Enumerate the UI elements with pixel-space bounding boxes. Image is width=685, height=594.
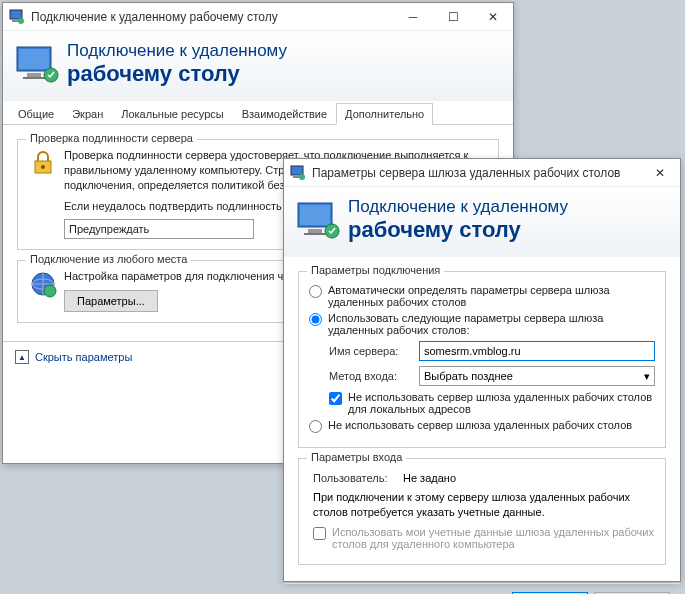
close-button[interactable]: ✕ bbox=[640, 159, 680, 187]
titlebar[interactable]: Подключение к удаленному рабочему столу … bbox=[3, 3, 513, 31]
tabs: Общие Экран Локальные ресурсы Взаимодейс… bbox=[3, 103, 513, 125]
user-value: Не задано bbox=[403, 472, 655, 484]
svg-point-2 bbox=[18, 18, 24, 24]
svg-rect-13 bbox=[291, 166, 303, 175]
banner: Подключение к удаленному рабочему столу bbox=[284, 187, 680, 257]
svg-rect-6 bbox=[23, 77, 45, 79]
server-name-label: Имя сервера: bbox=[329, 345, 419, 357]
tab-display[interactable]: Экран bbox=[63, 103, 112, 125]
rdc-icon bbox=[9, 9, 25, 25]
radio-no-gateway[interactable]: Не использовать сервер шлюза удаленных р… bbox=[309, 419, 655, 433]
radio-auto-detect[interactable]: Автоматически определять параметры серве… bbox=[309, 284, 655, 308]
banner-line1: Подключение к удаленному bbox=[67, 41, 287, 61]
radio-use-settings[interactable]: Использовать следующие параметры сервера… bbox=[309, 312, 655, 336]
tab-advanced[interactable]: Дополнительно bbox=[336, 103, 433, 125]
titlebar-title: Параметры сервера шлюза удаленных рабочи… bbox=[312, 166, 640, 180]
titlebar-title: Подключение к удаленному рабочему столу bbox=[31, 10, 393, 24]
maximize-button[interactable]: ☐ bbox=[433, 3, 473, 31]
svg-rect-5 bbox=[27, 73, 41, 77]
svg-rect-4 bbox=[19, 49, 49, 69]
banner-line2: рабочему столу bbox=[67, 61, 287, 87]
banner-icon bbox=[15, 45, 59, 83]
banner-line2: рабочему столу bbox=[348, 217, 568, 243]
chevron-down-icon: ▾ bbox=[644, 370, 650, 383]
minimize-button[interactable]: ─ bbox=[393, 3, 433, 31]
user-label: Пользователь: bbox=[313, 472, 403, 484]
tab-experience[interactable]: Взаимодействие bbox=[233, 103, 336, 125]
connection-params-group: Параметры подключения Автоматически опре… bbox=[298, 271, 666, 448]
logon-hint: При подключении к этому серверу шлюза уд… bbox=[313, 490, 651, 520]
svg-rect-0 bbox=[10, 10, 22, 19]
logon-method-label: Метод входа: bbox=[329, 370, 419, 382]
logon-params-group: Параметры входа Пользователь: Не задано … bbox=[298, 458, 666, 565]
svg-rect-19 bbox=[304, 233, 326, 235]
globe-icon bbox=[28, 269, 58, 299]
rdc-icon bbox=[290, 165, 306, 181]
server-auth-legend: Проверка подлинности сервера bbox=[26, 132, 197, 144]
banner: Подключение к удаленному рабочему столу bbox=[3, 31, 513, 101]
banner-icon bbox=[296, 201, 340, 239]
gateway-settings-dialog: Параметры сервера шлюза удаленных рабочи… bbox=[283, 158, 681, 582]
chevron-up-icon: ▲ bbox=[15, 350, 29, 364]
auth-fail-combo[interactable]: Предупреждать bbox=[64, 219, 254, 239]
tab-local-resources[interactable]: Локальные ресурсы bbox=[112, 103, 232, 125]
gateway-settings-button[interactable]: Параметры... bbox=[64, 290, 158, 312]
server-name-input[interactable] bbox=[419, 341, 655, 361]
svg-rect-17 bbox=[300, 205, 330, 225]
svg-point-12 bbox=[44, 285, 56, 297]
lock-icon bbox=[28, 148, 58, 178]
dialog-buttons: OK Отмена bbox=[284, 583, 680, 594]
svg-point-9 bbox=[41, 165, 45, 169]
tab-general[interactable]: Общие bbox=[9, 103, 63, 125]
banner-line1: Подключение к удаленному bbox=[348, 197, 568, 217]
svg-rect-18 bbox=[308, 229, 322, 233]
bypass-local-checkbox[interactable]: Не использовать сервер шлюза удаленных р… bbox=[329, 391, 655, 415]
hide-options-link[interactable]: ▲ Скрыть параметры bbox=[15, 350, 132, 364]
share-creds-checkbox[interactable]: Использовать мои учетные данные шлюза уд… bbox=[313, 526, 655, 550]
close-button[interactable]: ✕ bbox=[473, 3, 513, 31]
svg-point-15 bbox=[299, 174, 305, 180]
connection-params-legend: Параметры подключения bbox=[307, 264, 444, 276]
logon-params-legend: Параметры входа bbox=[307, 451, 406, 463]
titlebar[interactable]: Параметры сервера шлюза удаленных рабочи… bbox=[284, 159, 680, 187]
logon-method-combo[interactable]: Выбрать позднее ▾ bbox=[419, 366, 655, 386]
connect-anywhere-legend: Подключение из любого места bbox=[26, 253, 191, 265]
